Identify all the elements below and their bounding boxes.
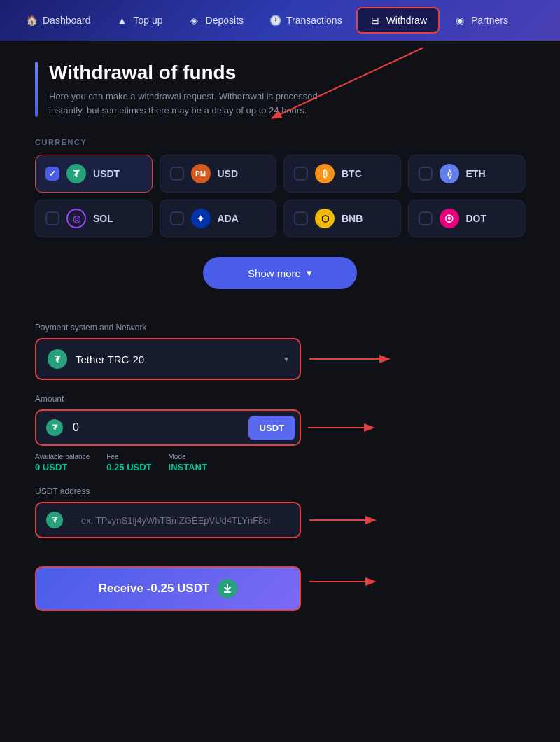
currency-ada[interactable]: ✦ ADA xyxy=(160,200,277,237)
nav-deposits[interactable]: ◈ Deposits xyxy=(177,8,255,32)
svg-marker-2 xyxy=(379,355,391,363)
address-arrow-annotation xyxy=(309,510,379,531)
amount-usdt-icon: ₮ xyxy=(46,419,63,436)
address-coin-icon: ₮ xyxy=(36,503,73,537)
ada-checkbox xyxy=(170,211,184,225)
network-section: Payment system and Network ₮ Tether TRC-… xyxy=(35,323,525,380)
nav-transactions-label: Transactions xyxy=(286,15,342,26)
navigation: 🏠 Dashboard ▲ Top up ◈ Deposits 🕐 Transa… xyxy=(0,0,560,41)
amount-label: Amount xyxy=(35,394,525,404)
dot-icon: ⦿ xyxy=(440,209,459,228)
receive-arrow-annotation xyxy=(309,571,379,592)
ada-label: ADA xyxy=(218,213,239,224)
show-more-button[interactable]: Show more ▾ xyxy=(203,257,357,289)
nav-dashboard[interactable]: 🏠 Dashboard xyxy=(14,8,102,32)
network-coin-icon: ₮ xyxy=(48,349,67,369)
amount-arrow-annotation xyxy=(308,417,378,438)
available-label: Available balance xyxy=(35,453,90,461)
currency-label: CURRENCY xyxy=(35,138,525,146)
sol-icon: ◎ xyxy=(66,209,86,228)
svg-rect-7 xyxy=(224,592,231,593)
receive-label: Receive -0.25 USDT xyxy=(99,582,210,596)
show-more-chevron-icon: ▾ xyxy=(307,267,312,279)
show-more-label: Show more xyxy=(248,267,301,279)
svg-marker-9 xyxy=(365,578,377,586)
nav-deposits-label: Deposits xyxy=(206,15,244,26)
btc-label: BTC xyxy=(342,168,362,179)
amount-currency-badge: USDT xyxy=(248,416,295,440)
amount-coin-icon: ₮ xyxy=(36,411,73,444)
withdraw-icon: ⊟ xyxy=(369,14,382,27)
eth-label: ETH xyxy=(466,168,486,179)
available-value: 0 USDT xyxy=(35,462,90,472)
btc-icon: ₿ xyxy=(315,164,335,183)
usdt-icon: ₮ xyxy=(66,164,86,183)
currency-usd[interactable]: PM USD xyxy=(160,155,277,192)
usd-icon: PM xyxy=(191,164,211,183)
sol-label: SOL xyxy=(93,213,113,224)
address-input-wrap: ₮ xyxy=(35,502,301,538)
currency-sol[interactable]: ◎ SOL xyxy=(35,200,153,237)
topup-icon: ▲ xyxy=(116,14,129,27)
address-usdt-icon: ₮ xyxy=(46,512,63,528)
currency-grid: ₮ USDT PM USD ₿ BTC ⟠ xyxy=(35,155,525,237)
network-label: Payment system and Network xyxy=(35,323,525,332)
address-label: USDT address xyxy=(35,486,525,496)
usd-label: USD xyxy=(218,168,239,179)
fee-block: Fee 0.25 USDT xyxy=(106,453,151,472)
fee-value: 0.25 USDT xyxy=(106,462,151,472)
nav-transactions[interactable]: 🕐 Transactions xyxy=(258,8,354,32)
amount-info: Available balance 0 USDT Fee 0.25 USDT M… xyxy=(35,450,378,472)
usdt-label: USDT xyxy=(93,168,120,179)
currency-btc[interactable]: ₿ BTC xyxy=(284,155,401,192)
eth-icon: ⟠ xyxy=(440,164,459,183)
mode-label: Mode xyxy=(169,453,207,461)
eth-checkbox xyxy=(419,167,433,181)
address-section: USDT address ₮ xyxy=(35,486,525,538)
bnb-label: BNB xyxy=(342,213,363,224)
mode-block: Mode INSTANT xyxy=(169,453,207,472)
nav-withdraw[interactable]: ⊟ Withdraw xyxy=(356,7,440,34)
dot-checkbox xyxy=(419,211,433,225)
receive-button[interactable]: Receive -0.25 USDT xyxy=(35,566,301,611)
svg-marker-6 xyxy=(365,516,377,524)
currency-section: CURRENCY ₮ USDT PM USD ₿ BT xyxy=(35,138,525,309)
svg-marker-4 xyxy=(364,424,375,432)
page-title: Withdrawal of funds xyxy=(49,62,343,84)
transactions-icon: 🕐 xyxy=(269,14,281,27)
partners-icon: ◉ xyxy=(454,14,466,27)
bnb-checkbox xyxy=(294,211,308,225)
currency-eth[interactable]: ⟠ ETH xyxy=(408,155,526,192)
dot-label: DOT xyxy=(466,213,487,224)
mode-value: INSTANT xyxy=(169,462,207,472)
address-input[interactable] xyxy=(73,505,300,536)
title-text: Withdrawal of funds Here you can make a … xyxy=(49,62,343,117)
currency-dot[interactable]: ⦿ DOT xyxy=(408,200,526,237)
receive-icon xyxy=(218,579,237,598)
amount-section: Amount ₮ USDT xyxy=(35,394,525,472)
bnb-icon: ⬡ xyxy=(315,209,335,228)
currency-usdt[interactable]: ₮ USDT xyxy=(35,155,153,192)
sol-checkbox xyxy=(46,211,59,225)
home-icon: 🏠 xyxy=(25,14,38,27)
currency-bnb[interactable]: ⬡ BNB xyxy=(284,200,401,237)
network-value: Tether TRC-20 xyxy=(76,354,276,365)
page-title-section: Withdrawal of funds Here you can make a … xyxy=(35,62,525,117)
nav-withdraw-label: Withdraw xyxy=(386,15,427,26)
usdt-checkbox xyxy=(46,167,59,181)
nav-partners[interactable]: ◉ Partners xyxy=(442,8,519,32)
amount-input-wrap: ₮ USDT xyxy=(35,410,301,446)
main-content: Withdrawal of funds Here you can make a … xyxy=(0,41,560,639)
usd-checkbox xyxy=(170,167,184,181)
title-bar xyxy=(35,62,38,117)
ada-icon: ✦ xyxy=(191,209,211,228)
dropdown-chevron-icon: ▾ xyxy=(284,354,288,364)
btc-checkbox xyxy=(294,167,308,181)
available-balance-block: Available balance 0 USDT xyxy=(35,453,90,472)
nav-partners-label: Partners xyxy=(471,15,508,26)
nav-topup[interactable]: ▲ Top up xyxy=(105,8,174,32)
network-dropdown[interactable]: ₮ Tether TRC-20 ▾ xyxy=(35,338,301,380)
amount-input[interactable] xyxy=(73,412,244,444)
nav-topup-label: Top up xyxy=(134,15,163,26)
nav-dashboard-label: Dashboard xyxy=(43,15,91,26)
